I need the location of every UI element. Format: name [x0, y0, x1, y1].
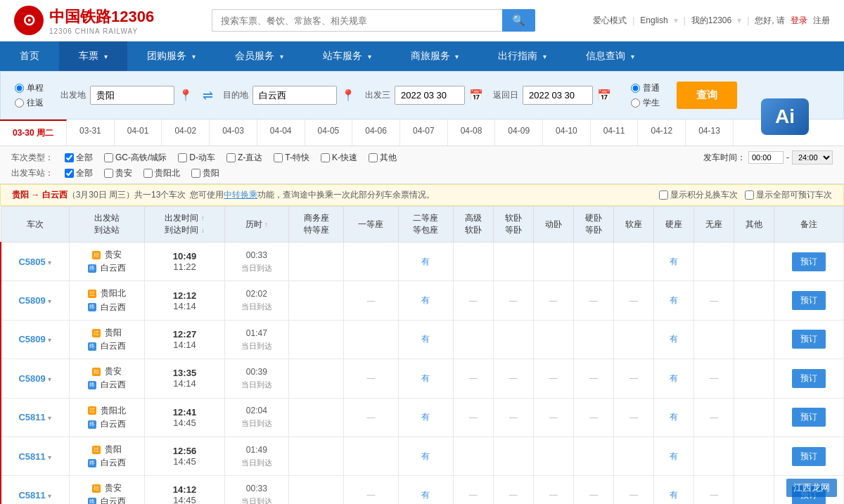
train-number[interactable]: C5809 [18, 334, 45, 344]
date-tab-0406[interactable]: 04-06 [352, 119, 400, 146]
train-number[interactable]: C5811 [18, 451, 45, 462]
filter-guian[interactable]: 贵安 [104, 167, 132, 179]
seat-cell[interactable]: 有 [654, 359, 694, 398]
normal-passenger-radio[interactable] [631, 84, 640, 93]
nav-item-business[interactable]: 商旅服务 ▾ [391, 41, 479, 71]
return-trip-radio[interactable] [15, 98, 24, 108]
book-cell[interactable]: 预订 [774, 398, 844, 437]
expand-arrow[interactable]: ▾ [48, 375, 51, 383]
single-trip-label[interactable]: 单程 [15, 82, 44, 94]
language-link[interactable]: English [640, 15, 667, 25]
filter-z-checkbox[interactable] [226, 153, 236, 162]
from-input[interactable] [90, 86, 174, 105]
date-tab-0410[interactable]: 04-10 [543, 119, 591, 146]
filter-d-checkbox[interactable] [178, 153, 187, 162]
register-link[interactable]: 注册 [813, 15, 830, 27]
filter-other-checkbox[interactable] [369, 153, 378, 162]
seat-cell[interactable]: 有 [654, 476, 694, 504]
date-tab-0407[interactable]: 04-07 [400, 119, 448, 146]
show-points-option[interactable]: 显示积分兑换车次 [659, 189, 738, 201]
seat-cell[interactable]: 有 [398, 437, 453, 475]
time-from-input[interactable] [748, 151, 784, 164]
my-account-link[interactable]: 我的12306 [691, 15, 731, 27]
train-number[interactable]: C5809 [18, 295, 45, 306]
transfer-link[interactable]: 中转换乘 [224, 190, 257, 200]
book-cell[interactable]: 预订 [774, 281, 844, 320]
return-trip-label[interactable]: 往返 [15, 97, 44, 109]
expand-arrow[interactable]: ▾ [48, 336, 51, 344]
filter-all-types[interactable]: 全部 [65, 152, 93, 164]
book-button[interactable]: 预订 [792, 447, 826, 466]
filter-guian-checkbox[interactable] [104, 169, 113, 178]
expand-arrow[interactable]: ▾ [48, 414, 51, 422]
date-tab-0408[interactable]: 04-08 [448, 119, 496, 146]
book-cell[interactable]: 预订 [774, 243, 844, 281]
love-mode-link[interactable]: 爱心模式 [593, 15, 627, 27]
seat-cell[interactable]: 有 [654, 281, 694, 320]
expand-arrow[interactable]: ▾ [48, 297, 51, 305]
date-tab-0412[interactable]: 04-12 [638, 119, 686, 146]
filter-guiyangbei-checkbox[interactable] [143, 169, 153, 178]
date-tab-0405[interactable]: 04-05 [305, 119, 353, 146]
seat-cell[interactable]: 有 [654, 437, 694, 475]
nav-item-home[interactable]: 首页 [0, 41, 59, 71]
book-button[interactable]: 预订 [792, 291, 826, 310]
nav-item-ticket[interactable]: 车票 ▾ [59, 41, 127, 71]
filter-all-stations-checkbox[interactable] [65, 169, 74, 178]
to-input[interactable] [252, 86, 337, 105]
nav-item-guide[interactable]: 出行指南 ▾ [478, 41, 566, 71]
login-link[interactable]: 登录 [791, 15, 807, 27]
date-tab-0411[interactable]: 04-11 [591, 119, 639, 146]
expand-arrow[interactable]: ▾ [48, 492, 51, 500]
nav-item-station[interactable]: 站车服务 ▾ [303, 41, 391, 71]
depart-date-input[interactable] [395, 86, 465, 105]
depart-calendar-icon[interactable]: 📅 [469, 89, 483, 102]
expand-arrow[interactable]: ▾ [48, 259, 51, 266]
return-calendar-icon[interactable]: 📅 [597, 89, 611, 102]
search-submit-button[interactable]: 查询 [677, 82, 737, 109]
expand-arrow[interactable]: ▾ [48, 453, 51, 461]
filter-guiyang-checkbox[interactable] [191, 169, 200, 178]
seat-cell[interactable]: 有 [398, 398, 453, 437]
seat-cell[interactable]: 有 [398, 281, 453, 320]
seat-cell[interactable]: 有 [398, 243, 453, 281]
book-button[interactable]: 预订 [792, 369, 826, 388]
filter-t-checkbox[interactable] [274, 153, 283, 162]
header-search-input[interactable] [212, 9, 502, 32]
date-tab-0402[interactable]: 04-02 [162, 119, 210, 146]
seat-cell[interactable]: 有 [654, 243, 694, 281]
col-duration[interactable]: 历时 ↑ [224, 207, 289, 243]
filter-guiyang[interactable]: 贵阳 [191, 167, 219, 179]
filter-k[interactable]: K-快速 [321, 152, 357, 164]
show-points-checkbox[interactable] [659, 190, 668, 200]
swap-button[interactable]: ⇌ [203, 88, 213, 103]
nav-item-info[interactable]: 信息查询 ▾ [566, 41, 654, 71]
nav-item-group[interactable]: 团购服务 ▾ [127, 41, 215, 71]
ai-badge[interactable]: Ai [761, 98, 809, 135]
book-button[interactable]: 预订 [792, 252, 826, 271]
time-to-select[interactable]: 24:00 [792, 150, 833, 164]
book-cell[interactable]: 预订 [774, 437, 844, 475]
filter-other[interactable]: 其他 [369, 152, 397, 164]
nav-item-member[interactable]: 会员服务 ▾ [215, 41, 303, 71]
date-tab-0404[interactable]: 04-04 [257, 119, 305, 146]
filter-gc[interactable]: GC-高铁/城际 [104, 152, 167, 164]
train-number[interactable]: C5811 [18, 412, 45, 422]
normal-passenger-label[interactable]: 普通 [631, 82, 660, 94]
header-search-button[interactable]: 🔍 [502, 9, 535, 32]
train-number[interactable]: C5809 [18, 373, 45, 384]
filter-all-types-checkbox[interactable] [65, 153, 74, 162]
return-date-input[interactable] [523, 86, 593, 105]
filter-all-stations[interactable]: 全部 [65, 167, 93, 179]
filter-k-checkbox[interactable] [321, 153, 330, 162]
seat-cell[interactable]: 有 [398, 320, 453, 358]
filter-t[interactable]: T-特快 [274, 152, 309, 164]
filter-guiyangbei[interactable]: 贵阳北 [143, 167, 180, 179]
date-tab-0413[interactable]: 04-13 [686, 119, 734, 146]
filter-z[interactable]: Z-直达 [226, 152, 262, 164]
date-tab-0330[interactable]: 03-30 周二 [0, 119, 67, 146]
student-passenger-label[interactable]: 学生 [631, 97, 660, 109]
train-number[interactable]: C5811 [18, 490, 45, 500]
seat-cell[interactable]: 有 [654, 398, 694, 437]
seat-cell[interactable]: 有 [398, 359, 453, 398]
